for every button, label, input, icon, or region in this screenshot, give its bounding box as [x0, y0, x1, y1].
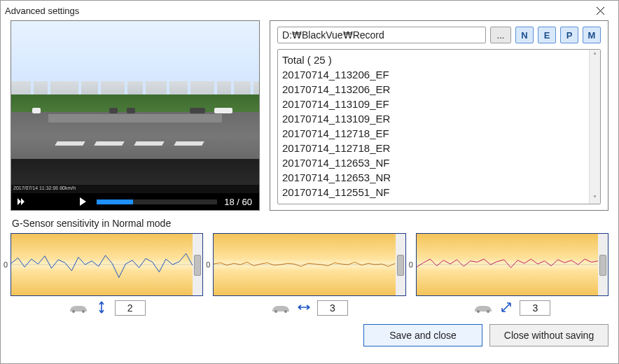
svg-point-8 — [284, 310, 287, 313]
list-item[interactable]: 20170714_112718_EF — [282, 126, 585, 141]
car-icon — [69, 303, 88, 313]
play-button[interactable] — [73, 193, 92, 210]
video-preview: 2017/07/14 11:32:06 80km/h 18 / 60 — [11, 20, 260, 211]
gsensor-x-slider[interactable] — [193, 234, 202, 295]
sensor-section-label: G-Sensor sensitivity in Normal mode — [12, 218, 608, 229]
browse-button[interactable]: ... — [490, 27, 511, 43]
z-axis-icon — [500, 301, 513, 316]
list-item[interactable]: 20170714_113206_EF — [282, 67, 585, 82]
car-icon — [271, 303, 291, 313]
axis-zero-label: 0 — [4, 260, 8, 269]
list-item[interactable]: 20170714_113206_ER — [282, 82, 585, 97]
gsensor-z-value[interactable]: 3 — [520, 300, 550, 316]
record-path-input[interactable]: D:₩BlackVue₩Record — [277, 27, 486, 43]
file-list: Total ( 25 ) 20170714_113206_EF 20170714… — [277, 49, 601, 204]
list-item[interactable]: 20170714_113109_ER — [282, 111, 585, 126]
close-without-saving-button[interactable]: Close without saving — [489, 324, 608, 346]
y-axis-icon — [298, 301, 310, 316]
gsensor-z-slider[interactable] — [598, 234, 608, 295]
axis-zero-label: 0 — [206, 260, 210, 269]
gsensor-x-graph — [11, 233, 203, 296]
axis-zero-label: 0 — [409, 260, 413, 269]
list-item[interactable]: 20170714_113109_EF — [282, 97, 585, 111]
content: 2017/07/14 11:32:06 80km/h 18 / 60 D:₩Bl… — [1, 20, 618, 363]
gsensor-y-graph — [213, 233, 405, 296]
svg-point-5 — [72, 310, 75, 313]
advanced-settings-window: Advanced settings — [0, 0, 619, 364]
frame-counter: 18 / 60 — [221, 197, 259, 207]
video-controls: 18 / 60 — [11, 193, 259, 210]
gsensor-x-value[interactable]: 2 — [115, 300, 146, 316]
window-title: Advanced settings — [5, 6, 586, 16]
chevron-down-icon[interactable]: ˅ — [590, 192, 600, 204]
svg-point-7 — [274, 310, 277, 313]
car-icon — [473, 303, 493, 313]
list-item[interactable]: 20170714_112551_NF — [282, 185, 585, 200]
file-list-total: Total ( 25 ) — [282, 52, 585, 67]
gsensor-y-value[interactable]: 3 — [317, 300, 348, 316]
gsensor-z-graph — [416, 233, 608, 296]
svg-point-10 — [487, 310, 489, 313]
filter-n-button[interactable]: N — [515, 27, 534, 43]
filter-p-button[interactable]: P — [560, 27, 578, 43]
svg-point-6 — [82, 310, 85, 313]
list-item[interactable]: 20170714_112653_NF — [282, 155, 585, 170]
filter-e-button[interactable]: E — [538, 27, 556, 43]
loop-icon[interactable] — [11, 193, 31, 210]
close-icon — [597, 7, 604, 15]
telemetry-overlay: 2017/07/14 11:32:06 80km/h — [11, 185, 259, 193]
progress-bar[interactable] — [97, 200, 217, 204]
list-item[interactable]: 20170714_112718_ER — [282, 141, 585, 155]
file-list-scrollbar[interactable]: ˄ ˅ — [589, 50, 600, 204]
list-item[interactable]: 20170714_112653_NR — [282, 170, 585, 185]
close-button[interactable] — [586, 1, 614, 20]
titlebar: Advanced settings — [1, 1, 618, 20]
chevron-up-icon[interactable]: ˄ — [590, 50, 600, 61]
filter-m-button[interactable]: M — [583, 27, 601, 43]
x-axis-icon — [95, 301, 108, 316]
save-and-close-button[interactable]: Save and close — [363, 324, 482, 346]
svg-point-9 — [477, 310, 480, 313]
play-icon — [80, 197, 86, 206]
gsensor-y-slider[interactable] — [396, 234, 405, 295]
file-panel: D:₩BlackVue₩Record ... N E P M Total ( 2… — [270, 20, 608, 211]
